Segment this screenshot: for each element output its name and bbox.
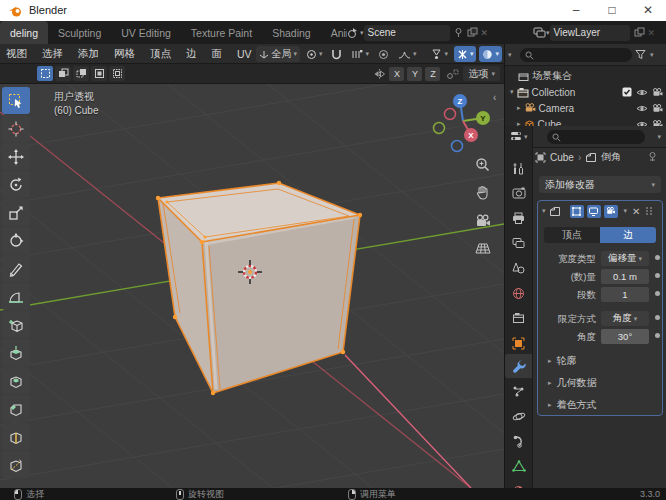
tab-uv-editing[interactable]: UV Editing <box>111 21 181 44</box>
outliner-row-cube[interactable]: ▸ Cube <box>505 116 666 126</box>
limit-method-dropdown[interactable]: 角度▾ <box>601 311 649 326</box>
menu-mesh[interactable]: 网格 <box>114 47 135 61</box>
viewport-shading-dropdown[interactable]: ▾ <box>479 46 502 62</box>
affect-edges-button[interactable]: 边 <box>600 227 656 243</box>
tab-object[interactable] <box>505 331 532 355</box>
tab-collection[interactable] <box>505 306 532 330</box>
properties-editor-chevron-icon[interactable]: ▾ <box>524 133 528 141</box>
menu-select[interactable]: 选择 <box>42 47 63 61</box>
modifier-render-toggle[interactable] <box>604 205 618 218</box>
render-visibility-icon[interactable] <box>652 104 663 113</box>
new-viewlayer-icon[interactable] <box>634 27 645 38</box>
mirror-x-toggle[interactable]: X <box>389 67 404 81</box>
filter-chevron-icon[interactable]: ▾ <box>650 51 654 59</box>
angle-field[interactable]: 30° <box>601 329 649 344</box>
remove-viewlayer-icon[interactable]: ✕ <box>648 28 656 38</box>
section-geometry[interactable]: ▸几何数据 <box>548 375 658 390</box>
select-mode-subtract-button[interactable] <box>73 66 89 81</box>
unlink-scene-icon[interactable]: ✕ <box>481 28 489 38</box>
transform-orientation-dropdown[interactable]: 全局▾ <box>256 46 300 62</box>
tool-bevel[interactable] <box>2 395 30 422</box>
tool-extrude-region[interactable] <box>2 339 30 366</box>
animate-dot[interactable] <box>655 333 660 338</box>
animate-dot[interactable] <box>655 273 660 278</box>
tool-scale[interactable] <box>2 199 30 226</box>
width-type-dropdown[interactable]: 偏移量▾ <box>601 251 649 266</box>
tab-sculpting[interactable]: Sculpting <box>48 21 111 44</box>
tool-move[interactable] <box>2 143 30 170</box>
sidebar-toggle-arrow[interactable]: ‹ <box>493 92 496 103</box>
tool-cursor[interactable] <box>2 115 30 142</box>
tab-modeling[interactable]: deling <box>0 21 48 44</box>
animate-dot[interactable] <box>655 255 660 260</box>
hide-eye-icon[interactable] <box>636 104 648 113</box>
tab-world[interactable] <box>505 281 532 305</box>
viewlayer-name-field[interactable]: ViewLayer <box>550 25 630 41</box>
add-modifier-button[interactable]: 添加修改器▾ <box>539 176 661 193</box>
snap-base-icon[interactable] <box>446 68 460 80</box>
tool-add-cube[interactable] <box>2 311 30 338</box>
properties-search-input[interactable] <box>547 130 645 144</box>
tool-annotate[interactable] <box>2 255 30 282</box>
modifier-delete-icon[interactable]: ✕ <box>632 206 640 217</box>
viewlayer-icon[interactable] <box>533 26 546 39</box>
menu-face[interactable]: 面 <box>212 47 223 61</box>
outliner-row-scene-collection[interactable]: 场景集合 <box>505 68 666 84</box>
tab-object-data[interactable] <box>505 454 532 478</box>
tab-physics[interactable] <box>505 404 532 428</box>
maximize-button[interactable]: □ <box>594 0 630 21</box>
tab-render[interactable] <box>505 181 532 205</box>
viewlayer-browse-chevron-icon[interactable]: ▾ <box>546 29 550 37</box>
outliner-row-camera[interactable]: ▸ Camera <box>505 100 666 116</box>
snap-toggle[interactable] <box>328 46 345 62</box>
hide-eye-icon[interactable] <box>636 88 648 97</box>
camera-view-button[interactable] <box>472 210 493 231</box>
tab-modifiers[interactable] <box>505 354 532 378</box>
section-profile[interactable]: ▸轮廓 <box>548 353 658 368</box>
navigation-gizmo[interactable]: Z Y X <box>430 88 502 160</box>
menu-view[interactable]: 视图 <box>6 47 27 61</box>
modifier-extras-chevron-icon[interactable]: ▾ <box>624 207 628 215</box>
mirror-y-toggle[interactable]: Y <box>407 67 422 81</box>
breadcrumb-modifier-name[interactable]: 倒角 <box>601 150 621 164</box>
menu-add[interactable]: 添加 <box>78 47 99 61</box>
modifier-editmode-toggle[interactable] <box>570 205 584 218</box>
tool-select-box[interactable] <box>2 87 30 114</box>
select-mode-extend-button[interactable] <box>55 66 71 81</box>
tab-scene[interactable] <box>505 256 532 280</box>
tool-options-dropdown[interactable]: 选项▾ <box>463 66 500 81</box>
modifier-viewport-toggle[interactable] <box>587 205 601 218</box>
scene-name-field[interactable]: Scene <box>364 25 450 41</box>
xray-toggle[interactable]: ▾ <box>454 46 477 62</box>
properties-editor-icon[interactable] <box>510 131 524 143</box>
amount-field[interactable]: 0.1 m <box>601 269 649 284</box>
minimize-button[interactable]: – <box>558 0 594 21</box>
tab-tool[interactable] <box>505 156 532 180</box>
tab-view-layer[interactable] <box>505 231 532 255</box>
pin-id-icon[interactable] <box>647 151 658 162</box>
gizmo-negative-y[interactable] <box>434 123 445 134</box>
toggle-ortho-button[interactable] <box>472 238 493 259</box>
tool-rotate[interactable] <box>2 171 30 198</box>
camera-expand-icon[interactable]: ▸ <box>517 104 521 112</box>
zoom-view-button[interactable] <box>472 154 493 175</box>
outliner-search-input[interactable] <box>520 48 632 62</box>
select-mode-set-button[interactable] <box>37 66 53 81</box>
select-mode-invert-button[interactable] <box>91 66 107 81</box>
pin-icon[interactable] <box>453 27 464 38</box>
tab-output[interactable] <box>505 206 532 230</box>
segments-field[interactable]: 1 <box>601 287 649 302</box>
gizmo-negative-z[interactable] <box>452 141 463 152</box>
render-visibility-icon[interactable] <box>652 88 663 97</box>
pivot-point-dropdown[interactable]: ▾ <box>303 46 326 62</box>
tab-shading[interactable]: Shading <box>262 21 321 44</box>
modifier-expand-icon[interactable]: ▾ <box>542 207 546 215</box>
viewport-3d[interactable]: 用户透视 (60) Cube Z Y X ‹ <box>0 84 504 488</box>
collection-expand-icon[interactable]: ▾ <box>510 88 514 96</box>
new-scene-icon[interactable] <box>467 27 478 38</box>
tool-loop-cut[interactable] <box>2 423 30 450</box>
affect-vertices-button[interactable]: 顶点 <box>544 227 600 243</box>
scene-icon[interactable] <box>347 26 360 39</box>
menu-uv[interactable]: UV <box>237 48 252 60</box>
breadcrumb-object-name[interactable]: Cube <box>550 152 574 163</box>
